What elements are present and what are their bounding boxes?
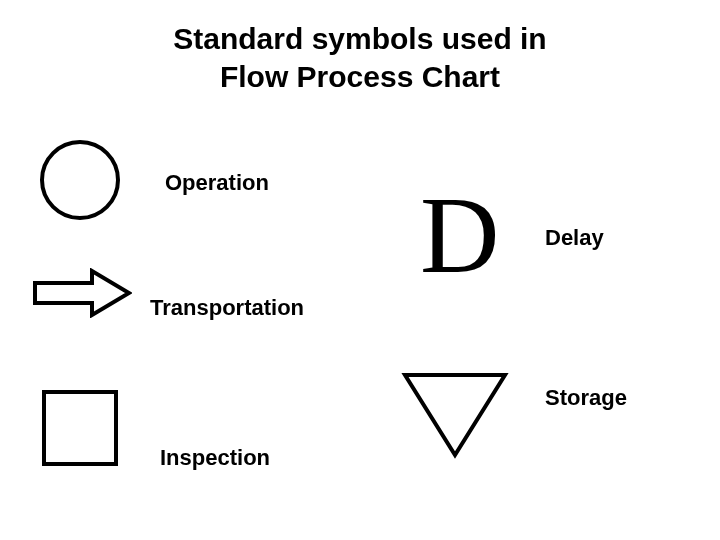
inspection-label: Inspection [160, 445, 270, 471]
storage-triangle-icon [400, 370, 510, 460]
svg-marker-1 [405, 375, 505, 455]
operation-circle-icon [40, 140, 120, 220]
transportation-arrow-icon [32, 268, 132, 318]
page-title: Standard symbols used in Flow Process Ch… [0, 20, 720, 95]
operation-label: Operation [165, 170, 269, 196]
inspection-square-icon [42, 390, 118, 466]
title-line-2: Flow Process Chart [220, 60, 500, 93]
svg-marker-0 [35, 271, 129, 315]
delay-d-icon: D [420, 180, 499, 290]
storage-label: Storage [545, 385, 627, 411]
delay-label: Delay [545, 225, 604, 251]
transportation-label: Transportation [150, 295, 304, 321]
title-line-1: Standard symbols used in [173, 22, 546, 55]
